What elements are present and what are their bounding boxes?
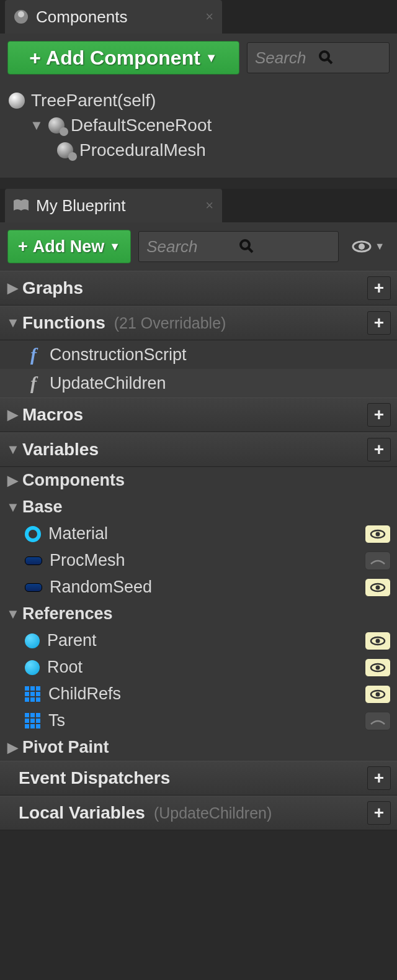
eye-icon [351,239,372,254]
chevron-down-icon: ▼ [375,241,385,252]
section-functions[interactable]: Functions (21 Overridable) + [0,306,397,340]
variable-item[interactable]: RandomSeed [0,574,397,601]
myblueprint-tab-label: My Blueprint [36,196,126,216]
svg-point-7 [359,243,365,250]
function-label: ConstructionScript [50,345,187,365]
visibility-toggle[interactable] [365,525,391,543]
close-icon[interactable]: × [205,197,213,214]
search-placeholder: Search [146,237,239,256]
function-item[interactable]: f ConstructionScript [0,340,397,369]
var-group-references[interactable]: References [0,601,397,627]
components-panel: Components × + Add Component ▼ Search Tr… [0,0,397,178]
variable-label: ProcMesh [50,551,125,570]
expand-icon[interactable] [6,280,19,296]
tree-label: ProceduralMesh [79,140,206,160]
myblueprint-search-input[interactable]: Search [138,231,339,262]
object-type-icon [25,556,42,565]
expand-icon[interactable] [6,473,19,489]
section-label: Local Variables [19,803,145,823]
section-label: Macros [22,405,83,425]
components-tab[interactable]: Components × [5,0,222,34]
var-group-base[interactable]: Base [0,494,397,520]
components-toolbar: + Add Component ▼ Search [0,34,397,82]
components-tree: TreeParent(self) DefaultSceneRoot Proced… [0,82,397,178]
components-search-input[interactable]: Search [247,42,390,73]
scene-component-icon [57,142,73,158]
plus-icon: + [29,47,41,70]
add-local-variable-button[interactable]: + [367,801,391,825]
add-graph-button[interactable]: + [367,276,391,300]
chevron-down-icon: ▼ [109,240,120,253]
section-event-dispatchers[interactable]: Event Dispatchers + [0,761,397,796]
add-macro-button[interactable]: + [367,403,391,427]
expand-icon[interactable] [6,499,19,515]
svg-point-13 [376,638,380,643]
visibility-toggle[interactable] [365,578,391,597]
search-placeholder: Search [255,48,318,68]
visibility-toggle[interactable] [365,712,391,730]
object-ref-icon [25,660,40,675]
section-macros[interactable]: Macros + [0,397,397,432]
svg-point-2 [320,52,329,60]
visibility-toggle[interactable] [365,551,391,570]
section-graphs[interactable]: Graphs + [0,271,397,306]
object-type-icon [25,583,42,592]
tree-row-self[interactable]: TreeParent(self) [0,88,397,113]
add-function-button[interactable]: + [367,311,391,335]
svg-line-5 [248,248,252,252]
myblueprint-toolbar: + Add New ▼ Search ▼ [0,222,397,271]
section-label: Functions [22,313,105,333]
components-tab-bar: Components × [0,0,397,34]
expand-icon[interactable] [6,407,19,423]
add-new-button[interactable]: + Add New ▼ [7,230,131,263]
visibility-toggle[interactable] [365,658,391,677]
variable-item[interactable]: ChildRefs [0,681,397,707]
expand-icon[interactable] [6,315,19,331]
myblueprint-tab-bar: My Blueprint × [0,189,397,222]
expand-icon[interactable] [30,117,42,134]
array-type-icon [25,686,41,702]
function-label: UpdateChildren [50,374,166,393]
myblueprint-panel: My Blueprint × + Add New ▼ Search ▼ Grap… [0,189,397,830]
add-variable-button[interactable]: + [367,438,391,461]
variable-item[interactable]: Parent [0,627,397,654]
section-label: Variables [22,440,99,460]
visibility-toggle[interactable] [365,685,391,704]
expand-icon[interactable] [6,442,19,458]
variable-label: Material [48,524,108,543]
expand-icon[interactable] [6,740,19,756]
myblueprint-tab[interactable]: My Blueprint × [5,189,222,222]
section-local-variables[interactable]: Local Variables (UpdateChildren) + [0,796,397,830]
tree-row-procmesh[interactable]: ProceduralMesh [0,138,397,163]
add-component-label: Add Component [46,47,200,70]
material-type-icon [25,526,41,542]
section-variables[interactable]: Variables + [0,432,397,467]
array-type-icon [25,713,41,729]
add-dispatcher-button[interactable]: + [367,766,391,790]
add-component-button[interactable]: + Add Component ▼ [7,41,239,75]
variable-item[interactable]: Material [0,520,397,547]
var-group-pivotpaint[interactable]: Pivot Paint [0,734,397,761]
group-label: References [22,604,113,624]
components-tab-icon [12,8,30,25]
close-icon[interactable]: × [205,9,213,25]
section-hint: (UpdateChildren) [154,804,272,822]
group-label: Components [22,471,125,490]
object-ref-icon [25,633,40,648]
view-options-button[interactable]: ▼ [346,239,390,254]
variable-label: ChildRefs [48,684,121,704]
svg-point-9 [376,532,380,536]
tree-row-scene-root[interactable]: DefaultSceneRoot [0,113,397,138]
expand-icon[interactable] [6,606,19,622]
var-group-components[interactable]: Components [0,467,397,494]
search-icon [239,238,331,255]
svg-line-3 [328,59,332,63]
variable-label: RandomSeed [50,578,152,597]
components-tab-label: Components [36,7,127,27]
variable-item[interactable]: Root [0,654,397,681]
variable-item[interactable]: ProcMesh [0,547,397,574]
variable-item[interactable]: Ts [0,707,397,734]
function-item[interactable]: f UpdateChildren [0,369,397,397]
visibility-toggle[interactable] [365,632,391,650]
section-label: Graphs [22,278,83,298]
